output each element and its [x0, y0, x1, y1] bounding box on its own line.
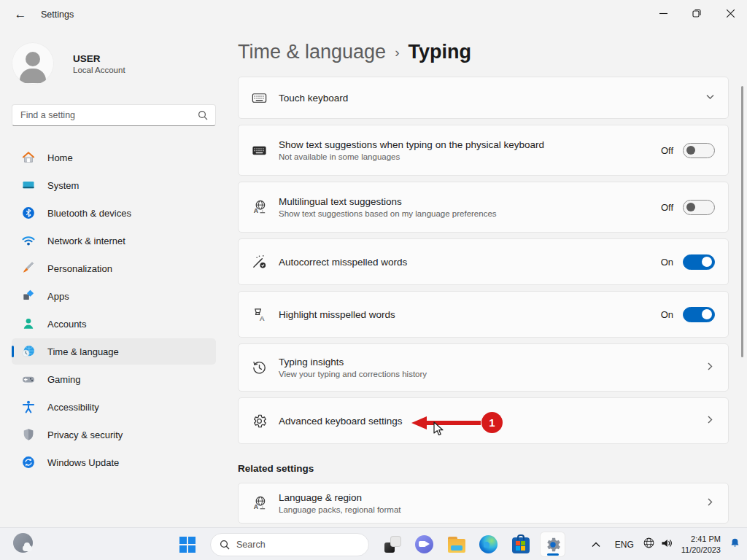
system-icon	[21, 178, 36, 192]
history-clock-icon	[250, 359, 268, 376]
task-view-button[interactable]	[380, 532, 404, 556]
annotation-step-badge: 1	[481, 412, 503, 433]
sidebar-item-gaming[interactable]: Gaming	[12, 366, 216, 392]
user-profile[interactable]: USER Local Account	[12, 42, 228, 85]
breadcrumb-parent[interactable]: Time & language	[238, 41, 386, 63]
sidebar-item-home[interactable]: Home	[12, 144, 216, 171]
input-language-indicator[interactable]: ENG	[611, 540, 638, 550]
chat-button[interactable]	[412, 532, 436, 556]
chevron-right-icon	[705, 414, 715, 427]
autocorrect-icon	[250, 253, 268, 271]
row-autocorrect[interactable]: Autocorrect misspelled words On	[238, 238, 729, 285]
sidebar-item-network-internet[interactable]: Network & internet	[12, 228, 216, 254]
toggle-text-suggestions-physical[interactable]	[683, 143, 715, 158]
language-region-icon: A	[250, 494, 268, 512]
physical-keyboard-icon	[250, 141, 268, 159]
mouse-cursor-icon	[433, 421, 445, 440]
accessibility-icon	[21, 400, 36, 414]
sidebar-item-label: Windows Update	[47, 457, 119, 468]
chevron-right-icon	[705, 497, 715, 510]
row-highlight-misspelled[interactable]: A Highlight misspelled words On	[238, 291, 729, 338]
row-multilingual-suggestions[interactable]: A Multilingual text suggestions Show tex…	[238, 182, 729, 233]
user-account-type: Local Account	[73, 66, 125, 74]
avatar	[12, 42, 54, 85]
row-text-suggestions-physical[interactable]: Show text suggestions when typing on the…	[238, 125, 729, 176]
breadcrumb-separator-icon: ›	[395, 44, 399, 61]
tray-chevron-up-icon[interactable]	[586, 539, 606, 550]
edge-icon	[479, 535, 498, 553]
row-touch-keyboard[interactable]: Touch keyboard	[238, 77, 729, 119]
main-content: Time & language › Typing Touch keyboard …	[228, 29, 747, 527]
row-title: Multilingual text suggestions	[279, 196, 661, 207]
file-explorer-icon	[448, 539, 465, 553]
app-title: Settings	[41, 9, 74, 20]
apps-icon	[21, 289, 36, 303]
settings-search[interactable]	[12, 104, 216, 126]
minimize-button[interactable]	[646, 0, 680, 26]
related-settings-heading: Related settings	[238, 463, 747, 474]
gear-icon	[250, 412, 268, 429]
back-button[interactable]: ←	[9, 4, 32, 25]
search-icon	[198, 110, 208, 120]
restore-icon	[692, 9, 701, 18]
annotation-arrow-icon	[411, 414, 484, 435]
toggle-state-label: On	[661, 257, 673, 268]
row-subtitle: Not available in some languages	[279, 152, 661, 161]
sidebar-item-label: Gaming	[47, 374, 81, 385]
close-icon	[727, 9, 735, 18]
sidebar-item-label: Network & internet	[47, 236, 125, 246]
breadcrumb: Time & language › Typing	[238, 41, 747, 63]
network-globe-icon[interactable]	[643, 537, 655, 552]
edge-button[interactable]	[476, 532, 500, 556]
toggle-state-label: Off	[661, 145, 673, 156]
sidebar-item-system[interactable]: System	[12, 172, 216, 198]
sidebar-item-personalization[interactable]: Personalization	[12, 255, 216, 281]
taskbar: Search ENG	[0, 527, 747, 560]
toggle-highlight-misspelled[interactable]	[683, 307, 715, 322]
sidebar-item-accessibility[interactable]: Accessibility	[12, 394, 216, 420]
scrollbar-thumb[interactable]	[741, 86, 743, 357]
close-button[interactable]	[713, 0, 747, 26]
sidebar-item-time-language[interactable]: Time & language	[12, 338, 216, 365]
home-icon	[21, 150, 36, 165]
row-title: Autocorrect misspelled words	[279, 257, 661, 268]
settings-app-button[interactable]	[541, 532, 565, 556]
row-language-region[interactable]: A Language & region Language packs, regi…	[238, 483, 729, 524]
multilingual-icon: A	[250, 198, 268, 216]
search-input[interactable]	[12, 110, 198, 120]
taskbar-search-label: Search	[236, 540, 266, 550]
store-button[interactable]	[508, 532, 533, 556]
sidebar-item-accounts[interactable]: Accounts	[12, 311, 216, 337]
taskbar-search[interactable]: Search	[210, 533, 369, 556]
bluetooth-icon	[21, 206, 36, 220]
start-button[interactable]	[175, 532, 199, 556]
tray-time: 2:41 PM	[681, 534, 721, 545]
row-title: Typing insights	[279, 357, 705, 368]
time-language-icon	[21, 344, 36, 359]
file-explorer-button[interactable]	[444, 532, 468, 556]
search-icon	[220, 540, 230, 550]
volume-icon[interactable]	[660, 537, 673, 552]
toggle-state-label: Off	[661, 202, 673, 213]
toggle-multilingual-suggestions[interactable]	[683, 200, 715, 215]
row-subtitle: Language packs, regional format	[279, 505, 705, 514]
row-title: Touch keyboard	[279, 93, 705, 104]
sidebar-item-privacy-security[interactable]: Privacy & security	[12, 421, 216, 448]
restore-button[interactable]	[680, 0, 713, 26]
settings-gear-icon	[543, 535, 562, 554]
widgets-weather-icon[interactable]	[13, 533, 33, 553]
svg-text:A: A	[259, 314, 264, 322]
toggle-autocorrect[interactable]	[683, 254, 715, 270]
sidebar-item-label: Time & language	[47, 346, 119, 357]
row-typing-insights[interactable]: Typing insights View your typing and cor…	[238, 343, 729, 392]
sidebar-item-bluetooth-devices[interactable]: Bluetooth & devices	[12, 200, 216, 226]
sidebar-item-apps[interactable]: Apps	[12, 283, 216, 309]
notification-bell-icon[interactable]	[729, 537, 741, 553]
clock[interactable]: 2:41 PM 11/20/2023	[678, 534, 724, 556]
sidebar-item-label: Personalization	[47, 263, 112, 274]
sidebar-nav: Home System Bluetooth & devices Network …	[0, 143, 228, 477]
chevron-down-icon[interactable]	[705, 91, 715, 104]
page-title: Typing	[408, 41, 471, 63]
tray-date: 11/20/2023	[681, 545, 721, 556]
sidebar-item-windows-update[interactable]: Windows Update	[12, 449, 216, 475]
